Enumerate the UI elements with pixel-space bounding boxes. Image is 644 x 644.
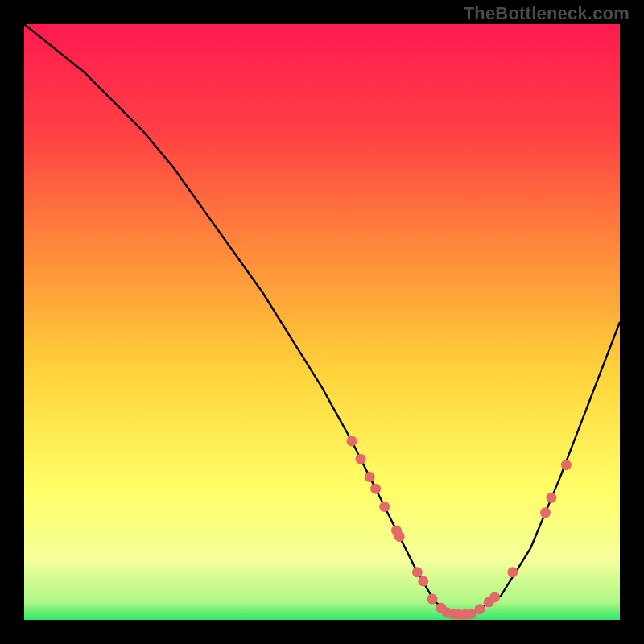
data-point [475, 604, 485, 614]
data-point [347, 436, 357, 447]
watermark-text: TheBottleneck.com [464, 3, 630, 24]
data-point [466, 609, 477, 619]
chart-canvas [0, 0, 644, 644]
data-point [379, 502, 390, 512]
data-point [546, 493, 556, 503]
chart-frame: TheBottleneck.com [0, 0, 644, 644]
data-point [370, 484, 381, 494]
data-point [365, 472, 375, 482]
plot-area [24, 24, 620, 620]
data-point [561, 460, 572, 470]
data-point [394, 531, 405, 542]
data-point [418, 576, 428, 586]
data-point [356, 454, 366, 464]
data-point [540, 507, 551, 518]
data-point [412, 567, 423, 577]
data-point [427, 594, 437, 605]
data-point [489, 592, 500, 602]
data-point [507, 567, 518, 577]
